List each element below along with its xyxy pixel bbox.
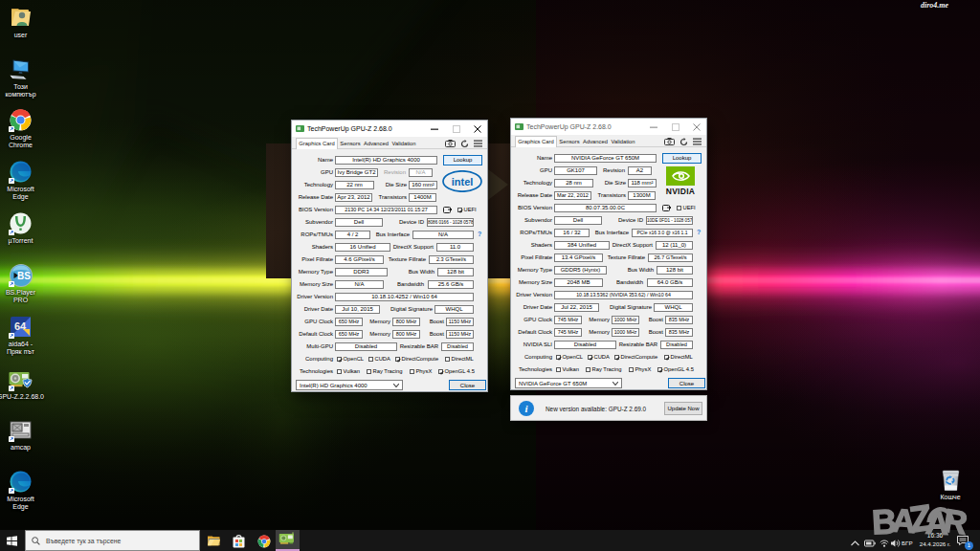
svg-text:NVIDIA: NVIDIA (666, 187, 696, 196)
svg-text:intel: intel (452, 176, 474, 187)
svg-text:BS: BS (17, 271, 31, 281)
